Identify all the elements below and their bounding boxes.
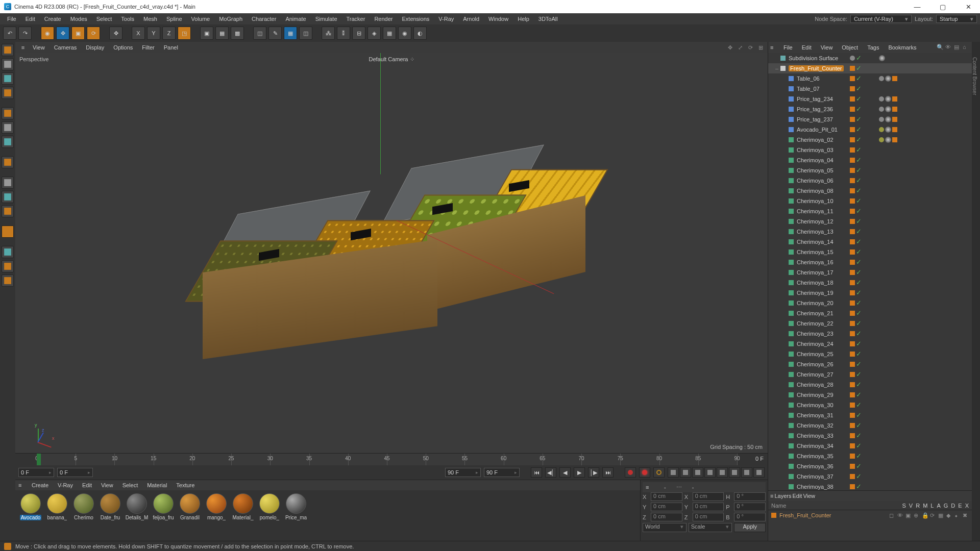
coord-field[interactable]: 0 cm — [651, 492, 682, 501]
enable-check-icon[interactable]: ✓ — [856, 66, 862, 71]
edge-mode-button[interactable] — [2, 121, 14, 134]
object-menu-edit[interactable]: Edit — [798, 43, 816, 52]
tag-icon[interactable] — [892, 127, 897, 132]
layer-dot[interactable] — [850, 178, 855, 183]
enable-check-icon[interactable]: ✓ — [856, 423, 862, 428]
menu-3dtoall[interactable]: 3DToAll — [534, 15, 562, 23]
goto-end-button[interactable]: ⏭ — [602, 467, 614, 478]
axis-mode-button[interactable] — [2, 156, 14, 168]
layer-dot[interactable] — [850, 464, 855, 469]
menu-mograph[interactable]: MoGraph — [215, 15, 247, 23]
object-row[interactable]: Cherimoya_13✓ — [768, 227, 972, 237]
layer-flag-icon[interactable]: ▣ — [905, 512, 912, 518]
object-row[interactable]: Cherimoya_16✓ — [768, 257, 972, 267]
object-row[interactable]: –Fresh_Fruit_Counter✓ — [768, 63, 972, 73]
object-row[interactable]: Cherimoya_20✓ — [768, 298, 972, 308]
move-button[interactable]: ✥ — [56, 27, 69, 40]
menu-create[interactable]: Create — [40, 15, 65, 23]
material-swatch[interactable]: mango_ — [204, 493, 229, 538]
coord-field[interactable]: 0 ° — [734, 492, 766, 501]
object-row[interactable]: Table_07✓ — [768, 84, 972, 94]
object-row[interactable]: Cherimoya_24✓ — [768, 339, 972, 349]
coord-world-dropdown[interactable]: World — [643, 523, 687, 532]
layer-dot[interactable] — [850, 311, 855, 316]
material-swatch[interactable]: Granadil — [178, 493, 202, 538]
render-region-button[interactable]: ▦ — [215, 27, 229, 40]
viewport-menu-hamburger-icon[interactable]: ≡ — [18, 44, 28, 51]
enable-check-icon[interactable]: ✓ — [856, 219, 862, 224]
enable-check-icon[interactable]: ✓ — [856, 260, 862, 265]
object-row[interactable]: Cherimoya_23✓ — [768, 329, 972, 339]
axis-z-button[interactable]: Z — [162, 27, 176, 40]
light-button[interactable]: ◉ — [398, 27, 411, 40]
layer-dot[interactable] — [850, 331, 855, 336]
menu-window[interactable]: Window — [484, 15, 512, 23]
coord-field[interactable]: 0 cm — [693, 503, 724, 511]
layer-dot[interactable] — [850, 127, 855, 132]
layer-flag-icon[interactable]: ⬥ — [954, 512, 961, 518]
axis-y-button[interactable]: Y — [147, 27, 160, 40]
prev-key-button[interactable]: ◀│ — [545, 467, 556, 478]
menu-spline[interactable]: Spline — [162, 15, 186, 23]
object-row[interactable]: Cherimoya_26✓ — [768, 359, 972, 369]
material-swatch[interactable]: Date_fru — [98, 493, 122, 538]
enable-check-icon[interactable]: ✓ — [856, 137, 862, 142]
layer-dot[interactable] — [850, 76, 855, 81]
enable-check-icon[interactable]: ✓ — [856, 331, 862, 336]
tag-icon[interactable] — [879, 96, 884, 102]
material-swatch[interactable]: Avocado — [18, 493, 43, 538]
layer-dot[interactable] — [850, 209, 855, 214]
material-swatch[interactable]: Cherimo — [71, 493, 96, 538]
object-menu-object[interactable]: Object — [838, 43, 862, 52]
material-menu-edit[interactable]: Edit — [78, 481, 96, 489]
enable-check-icon[interactable]: ✓ — [856, 464, 862, 469]
layout-dropdown[interactable]: Startup — [936, 15, 977, 23]
play-forward-button[interactable]: ▶ — [574, 467, 585, 478]
object-row[interactable]: Table_06✓ — [768, 73, 972, 84]
menu-arnold[interactable]: Arnold — [459, 15, 483, 23]
enable-check-icon[interactable]: ✓ — [856, 86, 862, 91]
menu-v-ray[interactable]: V-Ray — [434, 15, 458, 23]
layer-dot[interactable] — [850, 249, 855, 255]
object-row[interactable]: Cherimoya_38✓ — [768, 482, 972, 490]
effector-button[interactable]: ⁑ — [337, 27, 350, 40]
object-row[interactable]: Cherimoya_02✓ — [768, 135, 972, 145]
layer-dot[interactable] — [850, 403, 855, 408]
enable-check-icon[interactable]: ✓ — [856, 158, 862, 163]
material-menu-create[interactable]: Create — [28, 481, 53, 489]
object-row[interactable]: Cherimoya_05✓ — [768, 165, 972, 176]
object-row[interactable]: Cherimoya_25✓ — [768, 349, 972, 359]
layer-dot[interactable] — [850, 158, 855, 163]
layer-dot[interactable] — [850, 86, 855, 91]
grid-button[interactable]: ▦ — [383, 27, 396, 40]
autokey-button[interactable] — [639, 467, 650, 478]
viewport-menu-options[interactable]: Options — [109, 43, 137, 52]
object-row[interactable]: Cherimoya_30✓ — [768, 400, 972, 410]
enable-check-icon[interactable]: ✓ — [856, 127, 862, 132]
live-select-button[interactable]: ◉ — [41, 27, 54, 40]
object-row[interactable]: Price_tag_237✓ — [768, 114, 972, 124]
enable-check-icon[interactable]: ✓ — [856, 239, 862, 244]
render-settings-button[interactable]: ▩ — [231, 27, 244, 40]
tag-icon[interactable] — [885, 96, 891, 102]
coord-field[interactable]: 0 ° — [734, 503, 766, 511]
viewport-menu-panel[interactable]: Panel — [160, 43, 182, 52]
layer-dot[interactable] — [850, 362, 855, 367]
layer-flag-icon[interactable]: 🔒 — [922, 512, 928, 518]
enable-check-icon[interactable]: ✓ — [856, 300, 862, 306]
material-swatch[interactable]: pomelo_ — [257, 493, 282, 538]
enable-check-icon[interactable]: ✓ — [856, 198, 862, 204]
object-row[interactable]: Subdivision Surface✓ — [768, 53, 972, 63]
tag-button[interactable]: ◈ — [368, 27, 381, 40]
recent-tool-button[interactable]: ✥ — [109, 27, 122, 40]
menu-extensions[interactable]: Extensions — [398, 15, 433, 23]
enable-check-icon[interactable]: ✓ — [856, 117, 862, 122]
layer-dot[interactable] — [850, 239, 855, 244]
object-row[interactable]: Cherimoya_10✓ — [768, 196, 972, 206]
bulb-button[interactable]: ◐ — [413, 27, 427, 40]
object-hamburger-icon[interactable]: ≡ — [770, 44, 778, 51]
menu-select[interactable]: Select — [92, 15, 116, 23]
anim-key-button[interactable] — [729, 467, 740, 478]
viewport-layout-icon[interactable]: ⊞ — [756, 43, 765, 52]
object-row[interactable]: Cherimoya_18✓ — [768, 278, 972, 288]
